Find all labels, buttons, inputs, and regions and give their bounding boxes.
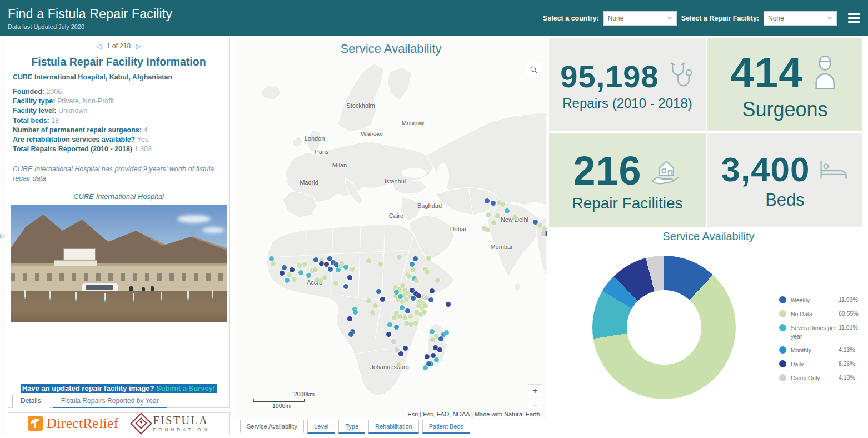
facility-dot-daily[interactable] (347, 316, 352, 321)
facility-dot-weekly[interactable] (343, 284, 348, 289)
facility-dot-nodata[interactable] (423, 303, 428, 308)
facility-dot-daily[interactable] (380, 297, 385, 302)
map-tab-service-availability[interactable]: Service Availability (240, 420, 304, 433)
facility-dot-nodata[interactable] (350, 267, 355, 272)
facility-dot-several[interactable] (343, 265, 348, 270)
facility-dot-nodata[interactable] (426, 256, 431, 261)
facility-dot-weekly[interactable] (485, 198, 490, 203)
facility-dot-daily[interactable] (319, 261, 324, 266)
facility-dot-several[interactable] (394, 290, 399, 295)
facility-dot-camp[interactable] (541, 231, 546, 236)
menu-icon[interactable] (848, 11, 860, 25)
facility-dot-nodata[interactable] (373, 303, 378, 308)
facility-dot-nodata[interactable] (370, 310, 375, 315)
map-search-button[interactable] (526, 62, 541, 77)
facility-dot-several[interactable] (444, 330, 449, 335)
facility-dot-weekly[interactable] (282, 265, 287, 270)
facility-dot-daily[interactable] (425, 354, 430, 359)
country-select[interactable]: None (603, 11, 677, 26)
facility-dot-nodata[interactable] (413, 321, 418, 326)
facility-dot-camp[interactable] (391, 339, 396, 344)
previous-facility-icon[interactable]: ◁ (93, 42, 104, 50)
map-tab-rehabilitation[interactable]: Rehabilitation (368, 420, 419, 434)
facility-dot-daily[interactable] (446, 302, 451, 307)
facility-dot-several[interactable] (269, 256, 274, 261)
facility-dot-weekly[interactable] (405, 308, 410, 313)
facility-dot-nodata[interactable] (271, 261, 276, 266)
facility-dot-weekly[interactable] (438, 336, 443, 341)
map-canvas[interactable]: Service Availability (235, 38, 547, 420)
expand-panel-icon[interactable]: ▷ (0, 232, 4, 240)
facility-dot-nodata[interactable] (366, 258, 371, 263)
facility-dot-nodata[interactable] (500, 202, 505, 207)
facility-dot-weekly[interactable] (313, 257, 318, 262)
facility-dot-nodata[interactable] (422, 310, 427, 315)
map-tab-patient-beds[interactable]: Patient Beds (422, 420, 470, 434)
facility-dot-nodata[interactable] (408, 322, 413, 327)
facility-dot-nodata[interactable] (491, 220, 496, 225)
facility-dot-daily[interactable] (398, 351, 403, 356)
facility-dot-monthly[interactable] (394, 325, 399, 330)
facility-dot-nodata[interactable] (435, 278, 440, 283)
facility-dot-nodata[interactable] (407, 274, 412, 279)
fistula-foundation-logo[interactable]: FISTULA FOUNDATION (133, 415, 210, 432)
facility-dot-nodata[interactable] (537, 223, 542, 228)
facility-dot-several[interactable] (505, 208, 510, 213)
facility-dot-weekly[interactable] (426, 361, 431, 366)
facility-dot-several[interactable] (353, 310, 358, 315)
facility-dot-weekly[interactable] (348, 332, 353, 337)
facility-dot-nodata[interactable] (292, 277, 297, 282)
facility-dot-several[interactable] (400, 305, 405, 310)
facility-dot-several[interactable] (298, 270, 303, 275)
facility-dot-weekly[interactable] (428, 297, 433, 302)
facility-dot-nodata[interactable] (366, 298, 371, 303)
facility-dot-weekly[interactable] (376, 289, 381, 294)
facility-select[interactable]: None (764, 11, 837, 26)
facility-dot-weekly[interactable] (533, 220, 538, 225)
facility-dot-daily[interactable] (431, 353, 436, 358)
facility-dot-nodata[interactable] (411, 267, 416, 272)
facility-dot-camp[interactable] (395, 347, 400, 352)
facility-dot-nodata[interactable] (485, 227, 490, 232)
facility-dot-daily[interactable] (386, 332, 391, 337)
facility-dot-nodata[interactable] (338, 263, 343, 268)
tab-fistula-repairs-reported-by-year[interactable]: Fistula Repairs Reported by Year (53, 395, 167, 408)
facility-dot-daily[interactable] (430, 288, 435, 293)
survey-link[interactable]: Submit a Survey! (156, 384, 215, 392)
facility-dot-daily[interactable] (324, 262, 329, 267)
direct-relief-logo[interactable]: DirectRelief (28, 416, 119, 431)
facility-dot-nodata[interactable] (512, 215, 517, 220)
map-tab-level[interactable]: Level (307, 420, 335, 434)
facility-dot-nodata[interactable] (542, 226, 547, 231)
facility-dot-monthly[interactable] (410, 262, 415, 267)
facility-dot-nodata[interactable] (392, 315, 397, 320)
facility-dot-several[interactable] (306, 273, 311, 278)
facility-dot-nodata[interactable] (322, 275, 327, 280)
facility-dot-nodata[interactable] (425, 270, 430, 275)
facility-dot-nodata[interactable] (408, 314, 413, 319)
facility-dot-nodata[interactable] (414, 278, 419, 283)
facility-dot-several[interactable] (285, 278, 290, 283)
facility-dot-several[interactable] (434, 357, 439, 362)
facility-dot-daily[interactable] (347, 275, 352, 280)
facility-dot-nodata[interactable] (333, 281, 338, 286)
zoom-in-button[interactable]: + (528, 384, 542, 397)
facility-dot-nodata[interactable] (297, 263, 302, 268)
facility-dot-daily[interactable] (416, 293, 421, 298)
facility-dot-nodata[interactable] (486, 212, 491, 217)
facility-dot-daily[interactable] (403, 346, 408, 351)
facility-dot-nodata[interactable] (430, 337, 435, 342)
facility-dot-several[interactable] (398, 294, 403, 299)
facility-dot-weekly[interactable] (491, 201, 496, 206)
facility-dot-several[interactable] (430, 329, 435, 334)
donut-chart[interactable] (592, 256, 736, 399)
facility-dot-nodata[interactable] (495, 213, 500, 218)
next-facility-icon[interactable]: ▷ (133, 42, 144, 50)
tab-details[interactable]: Details (12, 395, 49, 408)
facility-dot-nodata[interactable] (313, 267, 318, 272)
facility-dot-weekly[interactable] (411, 296, 416, 301)
facility-dot-daily[interactable] (290, 267, 295, 272)
facility-dot-nodata[interactable] (378, 262, 383, 267)
map-tab-type[interactable]: Type (338, 420, 365, 434)
facility-dot-nodata[interactable] (397, 255, 402, 260)
